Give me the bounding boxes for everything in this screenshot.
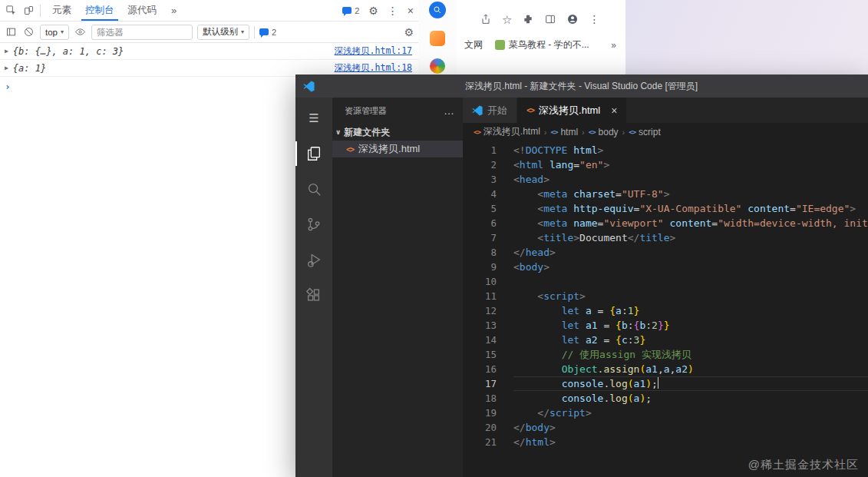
source-link[interactable]: 深浅拷贝.html:18 — [335, 62, 412, 74]
extension-icon[interactable] — [522, 13, 534, 25]
code-line[interactable]: 2<html lang="en"> — [463, 157, 868, 172]
tab-close-icon[interactable]: × — [611, 105, 617, 116]
profile-avatar-icon[interactable] — [566, 13, 579, 25]
breadcrumb-item[interactable]: <>body — [589, 127, 619, 137]
code-token: body — [526, 422, 550, 433]
console-settings-icon[interactable]: ⚙ — [404, 27, 414, 38]
split-window-icon[interactable] — [544, 13, 556, 25]
code-line[interactable]: 5 <meta http-equiv="X-UA-Compatible" con… — [463, 201, 868, 216]
orange-app-icon[interactable] — [430, 31, 445, 46]
menu-icon[interactable]: ☰ — [295, 101, 332, 136]
code-token: DOCTYPE — [526, 144, 568, 156]
code-token: < — [513, 174, 520, 185]
expand-triangle-icon[interactable]: ▶ — [5, 65, 8, 71]
code-token: > — [550, 436, 556, 448]
code-line[interactable]: 7 <title>Document</title> — [463, 230, 868, 245]
run-debug-icon[interactable] — [295, 242, 332, 277]
code-line[interactable]: 18 console.log(a); — [463, 391, 868, 406]
breadcrumb-item[interactable]: <>script — [629, 127, 661, 137]
code-token: c — [622, 334, 628, 346]
console-filter-input[interactable] — [91, 25, 193, 40]
bookmarks-overflow-button[interactable]: » — [611, 40, 621, 51]
code-token: </ — [628, 232, 640, 243]
bookmark-item[interactable]: 菜鸟教程 - 学的不... — [495, 38, 589, 51]
code-line[interactable]: 17 console.log(a1); — [463, 376, 868, 391]
code-token: b — [622, 320, 628, 331]
favorite-star-icon[interactable]: ☆ — [502, 14, 512, 25]
log-levels-selector[interactable]: 默认级别 ▾ — [197, 25, 249, 40]
explorer-more-icon[interactable]: … — [444, 104, 455, 117]
search-icon[interactable] — [429, 2, 446, 18]
line-number: 19 — [463, 406, 497, 420]
line-number: 17 — [463, 376, 497, 391]
clear-console-icon[interactable] — [22, 25, 35, 38]
code-line[interactable]: 19 </script> — [463, 406, 868, 420]
file-item-selected[interactable]: <> 深浅拷贝.html — [332, 141, 463, 157]
code-line[interactable]: 4 <meta charset="UTF-8"> — [463, 187, 868, 201]
code-token: "viewport" — [603, 217, 663, 229]
code-line[interactable]: 3<head> — [463, 172, 868, 187]
bookmark-item[interactable]: 文网 — [464, 38, 483, 51]
code-token: > — [603, 159, 609, 171]
device-toolbar-icon[interactable] — [22, 4, 35, 17]
code-token: "en" — [579, 159, 603, 171]
code-token: log — [609, 393, 627, 404]
console-message-row[interactable]: ▶{b: {…}, a: 1, c: 3}深浅拷贝.html:17 — [0, 43, 418, 60]
devtools-menu-icon[interactable]: ⋮ — [388, 5, 398, 16]
code-token: title — [639, 232, 669, 243]
share-icon[interactable] — [480, 13, 492, 25]
devtools-tab[interactable]: 源代码 — [121, 0, 164, 21]
devtools-settings-icon[interactable]: ⚙ — [368, 5, 378, 16]
code-token — [543, 159, 550, 171]
devtools-tab[interactable]: 元素 — [45, 0, 78, 21]
folder-section[interactable]: ∨ 新建文件夹 — [332, 124, 463, 141]
code-token — [513, 305, 562, 316]
expand-triangle-icon[interactable]: ▶ — [5, 48, 8, 55]
code-line[interactable]: 12 let a = {a:1} — [463, 303, 868, 318]
bookmark-label: 文网 — [464, 38, 483, 51]
code-token: "width=device-width, initi — [718, 217, 868, 229]
breadcrumb-item[interactable]: <>深浅拷贝.html — [474, 125, 540, 138]
colorful-app-icon[interactable] — [430, 58, 445, 74]
code-line[interactable]: 11 <script> — [463, 289, 868, 303]
code-line[interactable]: 13 let a1 = {b:{b:2}} — [463, 318, 868, 333]
source-link[interactable]: 深浅拷贝.html:17 — [335, 45, 412, 57]
context-selector[interactable]: top ▾ — [40, 25, 69, 40]
editor-tab[interactable]: <>深浅拷贝.html× — [517, 98, 627, 123]
explorer-icon[interactable] — [295, 136, 332, 171]
code-content: <body> — [513, 260, 868, 274]
code-line[interactable]: 1<!DOCTYPE html> — [463, 143, 868, 157]
code-token: html — [520, 159, 543, 171]
code-line[interactable]: 8</head> — [463, 245, 868, 260]
breadcrumb-label: 深浅拷贝.html — [484, 125, 540, 138]
code-line[interactable]: 10 — [463, 274, 868, 289]
code-line[interactable]: 16 Object.assign(a1,a,a2) — [463, 362, 868, 376]
code-line[interactable]: 9<body> — [463, 260, 868, 274]
browser-menu-icon[interactable]: ⋮ — [589, 14, 599, 25]
devtools-tab[interactable]: 控制台 — [78, 0, 121, 21]
editor-tab[interactable]: 开始 — [463, 98, 517, 123]
issues-icon — [259, 28, 269, 35]
search-icon[interactable] — [295, 171, 332, 207]
code-line[interactable]: 14 let a2 = {c:3} — [463, 333, 868, 347]
code-token — [513, 363, 562, 375]
code-line[interactable]: 20</body> — [463, 420, 868, 435]
live-expression-eye-icon[interactable] — [74, 25, 87, 38]
issues-badge[interactable]: 2 — [342, 6, 359, 15]
tabs-overflow-button[interactable]: » — [168, 5, 180, 16]
source-control-icon[interactable] — [295, 207, 332, 242]
console-issues-badge[interactable]: 2 — [259, 28, 276, 37]
code-token: script — [550, 407, 586, 419]
breadcrumb-item[interactable]: <>html — [551, 127, 579, 137]
inspect-element-icon[interactable] — [5, 4, 18, 17]
code-content: </html> — [513, 435, 868, 449]
code-line[interactable]: 21</html> — [463, 435, 868, 449]
code-line[interactable]: 15 // 使用assign 实现浅拷贝 — [463, 347, 868, 362]
extensions-icon[interactable] — [295, 277, 332, 313]
devtools-close-icon[interactable]: × — [408, 5, 414, 16]
breadcrumb-label: script — [639, 127, 661, 137]
code-content: // 使用assign 实现浅拷贝 — [513, 347, 868, 362]
code-line[interactable]: 6 <meta name="viewport" content="width=d… — [463, 216, 868, 230]
code-token: "X-UA-Compatible" — [639, 203, 741, 214]
console-sidebar-icon[interactable] — [5, 25, 18, 38]
